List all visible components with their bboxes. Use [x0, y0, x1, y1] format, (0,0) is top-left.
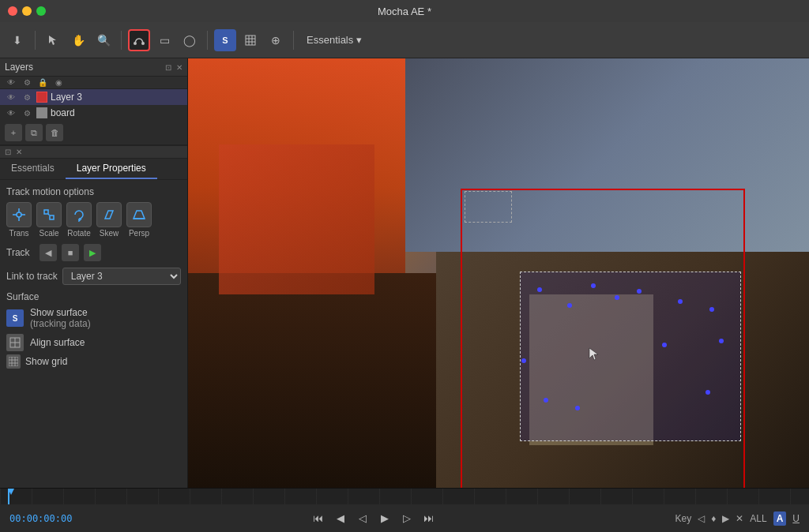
col-lock-icon: 🔒 — [36, 78, 49, 87]
align-tool-button[interactable]: ⊕ — [265, 29, 287, 51]
select-tool-button[interactable] — [42, 29, 64, 51]
link-to-track-select[interactable]: Layer 3 board None — [62, 268, 181, 285]
track-stop-button[interactable]: ■ — [62, 244, 79, 261]
align-surface-row[interactable]: Align surface — [6, 334, 181, 351]
dot-6 — [719, 339, 724, 343]
surface-tool-button[interactable]: S — [214, 29, 236, 51]
circle-tool-button[interactable]: ◯ — [179, 29, 201, 51]
layer1-eye-icon[interactable]: 👁 — [5, 93, 17, 102]
dot-13 — [662, 343, 667, 347]
play-out-button[interactable]: ▶ — [722, 513, 729, 524]
show-grid-row[interactable]: Show grid — [6, 354, 181, 369]
timeline-area: 00:00:00:00 ⏮ ◀ ◁ ▶ ▷ ⏭ Key ◁ ♦ ▶ ✕ ALL … — [0, 488, 809, 532]
step-backward-button[interactable]: ◀ — [332, 510, 349, 527]
show-surface-row[interactable]: S Show surface(tracking data) — [6, 307, 181, 329]
dot-10 — [521, 358, 526, 363]
pan-tool-button[interactable]: ✋ — [67, 29, 89, 51]
layer2-color — [36, 107, 47, 118]
show-surface-label: Show surface(tracking data) — [30, 307, 91, 329]
trans-label: Trans — [9, 229, 28, 238]
maximize-button[interactable] — [36, 6, 46, 16]
play-button[interactable]: ▶ — [376, 510, 393, 527]
window-controls[interactable] — [8, 6, 46, 16]
col-color-icon: ◉ — [52, 78, 65, 87]
svg-point-0 — [134, 42, 137, 45]
prev-keyframe-button[interactable]: ◁ — [698, 513, 705, 524]
close-button[interactable] — [8, 6, 17, 16]
add-layer-button[interactable]: + — [5, 124, 22, 141]
col-settings-icon: ⚙ — [21, 78, 33, 87]
frame-back-button[interactable]: ◁ — [354, 510, 371, 527]
underline-button[interactable]: U — [792, 513, 800, 524]
dot-3 — [637, 289, 642, 294]
layer-row-1[interactable]: 👁 ⚙ Layer 3 — [0, 89, 187, 105]
align-surface-icon — [6, 334, 24, 351]
svg-rect-6 — [246, 36, 255, 45]
layer-row-2[interactable]: 👁 ⚙ board — [0, 105, 187, 121]
titlebar: Mocha AE * — [0, 0, 809, 22]
layers-close-icon[interactable]: ✕ — [176, 63, 182, 72]
dot-12 — [615, 295, 619, 300]
layers-column-headers: 👁 ⚙ 🔒 ◉ — [0, 77, 187, 89]
cross-button[interactable]: ✕ — [736, 513, 743, 524]
track-opt-rotate[interactable]: Rotate — [66, 202, 92, 238]
track-opt-scale[interactable]: Scale — [36, 202, 62, 238]
go-to-end-button[interactable]: ⏭ — [420, 510, 438, 527]
svg-point-1 — [141, 42, 145, 45]
surface-section: Surface S Show surface(tracking data) Al… — [6, 291, 181, 369]
grid-tool-button[interactable] — [239, 29, 262, 51]
track-opt-persp[interactable]: Persp — [126, 202, 152, 238]
tab-layer-properties[interactable]: Layer Properties — [66, 159, 157, 179]
dot-1 — [537, 287, 542, 292]
minimize-button[interactable] — [22, 6, 32, 16]
frame-forward-button[interactable]: ▷ — [398, 510, 416, 527]
svg-rect-13 — [50, 215, 54, 219]
track-backward-button[interactable]: ◀ — [40, 244, 57, 261]
add-keyframe-button[interactable]: ♦ — [711, 513, 716, 524]
dot-9 — [544, 398, 548, 403]
layer1-name: Layer 3 — [51, 92, 82, 103]
track-corner-tl — [465, 191, 512, 223]
tracking-box-inner[interactable] — [520, 272, 741, 441]
tab-essentials[interactable]: Essentials — [0, 159, 66, 179]
trans-icon — [6, 202, 32, 227]
scale-label: Scale — [39, 229, 58, 238]
workspace-selector[interactable]: Essentials ▾ — [307, 34, 362, 46]
duplicate-layer-button[interactable]: ⧉ — [25, 124, 43, 141]
svg-point-7 — [17, 212, 21, 217]
layer1-settings-icon[interactable]: ⚙ — [21, 93, 33, 102]
track-motion-section-title: Track motion options — [6, 186, 181, 197]
delete-layer-button[interactable]: 🗑 — [46, 124, 63, 141]
timeline-controls: 00:00:00:00 ⏮ ◀ ◁ ▶ ▷ ⏭ Key ◁ ♦ ▶ ✕ ALL … — [0, 504, 809, 532]
layer2-eye-icon[interactable]: 👁 — [5, 109, 17, 118]
persp-label: Persp — [129, 229, 149, 238]
main-toolbar: ⬇ ✋ 🔍 ▭ ◯ S ⊕ Essentials ▾ — [0, 22, 809, 58]
panel-resize-icons[interactable]: ⊡ ✕ — [5, 148, 22, 156]
all-label[interactable]: ALL — [750, 513, 766, 524]
col-eye-icon: 👁 — [5, 78, 17, 87]
rect-tool-button[interactable]: ▭ — [153, 29, 175, 51]
track-forward-button[interactable]: ▶ — [84, 244, 101, 261]
text-button[interactable]: A — [773, 511, 787, 526]
zoom-tool-button[interactable]: 🔍 — [92, 29, 115, 51]
key-label: Key — [675, 513, 691, 524]
panel-float-icon[interactable]: ⊡ — [5, 148, 11, 156]
scale-icon — [36, 202, 62, 227]
layers-float-icon[interactable]: ⊡ — [165, 63, 171, 72]
layer2-settings-icon[interactable]: ⚙ — [21, 109, 33, 118]
track-opt-trans[interactable]: Trans — [6, 202, 32, 238]
dot-11 — [567, 303, 572, 308]
properties-tabs: Essentials Layer Properties — [0, 159, 187, 180]
playback-controls: ⏮ ◀ ◁ ▶ ▷ ⏭ — [310, 510, 438, 527]
rotate-label: Rotate — [67, 229, 90, 238]
track-options-group: Trans Scale — [6, 202, 181, 238]
dot-8 — [575, 406, 580, 410]
import-tool-button[interactable]: ⬇ — [6, 29, 28, 51]
canvas-area[interactable] — [188, 58, 809, 488]
panel-close-icon[interactable]: ✕ — [16, 148, 22, 156]
timeline-ruler[interactable] — [0, 489, 809, 504]
key-control[interactable]: Key — [675, 513, 691, 524]
track-opt-skew[interactable]: Skew — [96, 202, 122, 238]
create-spline-button[interactable] — [128, 29, 150, 51]
go-to-start-button[interactable]: ⏮ — [310, 510, 327, 527]
